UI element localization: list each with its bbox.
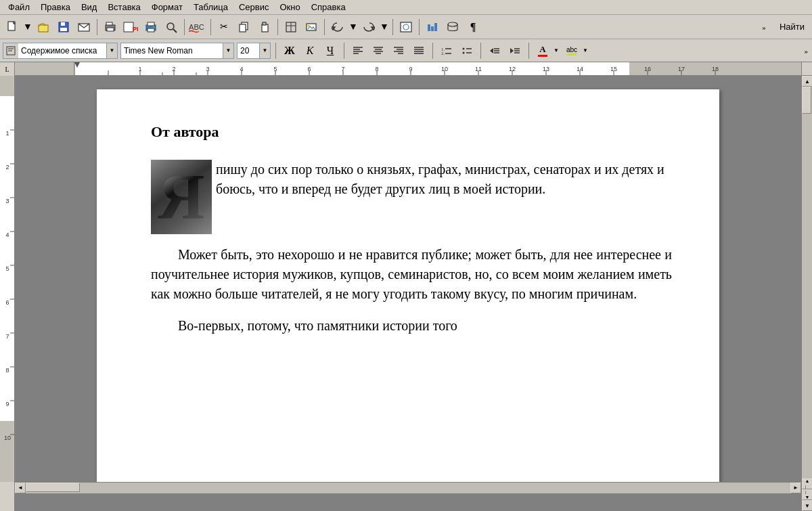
svg-text:10: 10 <box>4 435 11 441</box>
menu-file[interactable]: Файл <box>3 1 35 14</box>
svg-rect-3 <box>61 22 65 26</box>
svg-rect-12 <box>148 22 154 26</box>
align-right-button[interactable] <box>390 43 407 59</box>
document-heading: От автора <box>151 123 672 141</box>
menu-format[interactable]: Формат <box>146 1 188 14</box>
menu-insert[interactable]: Вставка <box>102 1 145 14</box>
style-dropdown-arrow[interactable]: ▼ <box>106 43 117 58</box>
style-value: Содержимое списка <box>18 46 106 55</box>
decrease-indent-button[interactable] <box>486 43 503 59</box>
menu-bar: Файл Правка Вид Вставка Формат Таблица С… <box>0 0 812 15</box>
style-selector[interactable]: Содержимое списка ▼ <box>3 43 118 59</box>
expand-toolbar-button[interactable]: » <box>754 18 773 36</box>
menu-table[interactable]: Таблица <box>188 1 233 14</box>
highlight-color-group: abc ▼ <box>563 43 589 59</box>
svg-rect-20 <box>262 24 268 32</box>
sep7 <box>419 19 420 35</box>
scroll-left-button[interactable]: ◄ <box>15 483 26 493</box>
expand-format-toolbar[interactable]: » <box>803 45 810 56</box>
align-left-button[interactable] <box>349 43 367 59</box>
font-color-dropdown[interactable]: ▼ <box>552 43 560 58</box>
ruler-corner[interactable]: L <box>0 62 15 76</box>
redo-button[interactable] <box>359 18 378 36</box>
redo-dropdown[interactable]: ▼ <box>380 18 389 36</box>
scroll-v-thumb[interactable] <box>802 87 811 114</box>
svg-rect-1 <box>39 25 48 32</box>
scroll-h-track[interactable] <box>26 483 790 493</box>
font-selector[interactable]: Times New Roman ▼ <box>120 43 234 59</box>
highlight-dropdown[interactable]: ▼ <box>581 43 589 58</box>
chart-button[interactable] <box>423 18 442 36</box>
find-toolbar-button[interactable] <box>162 18 181 36</box>
drop-cap-block: Я <box>151 160 212 234</box>
find-button[interactable]: Найти <box>775 18 809 36</box>
print-preview-button[interactable] <box>101 18 120 36</box>
sep-format5 <box>528 43 529 59</box>
scroll-h-thumb[interactable] <box>26 483 80 492</box>
paragraph-with-dropcap: Я пишу до сих пор только о князьях, граф… <box>151 160 672 234</box>
undo-button[interactable] <box>328 18 347 36</box>
sep-format3 <box>432 43 433 59</box>
svg-rect-21 <box>263 22 266 25</box>
paste-button[interactable] <box>255 18 274 36</box>
underline-button[interactable]: Ч <box>321 43 339 59</box>
highlight-button[interactable]: abc <box>563 43 581 59</box>
save-button[interactable] <box>54 18 73 36</box>
scroll-right-button[interactable]: ► <box>790 483 801 493</box>
ruler-right-scroll <box>801 62 812 75</box>
document-area: От автора Я пишу до сих пор только о кня… <box>15 76 801 511</box>
svg-rect-29 <box>428 24 430 31</box>
copy-button[interactable] <box>235 18 254 36</box>
italic-button[interactable]: К <box>301 43 319 59</box>
scroll-page-down-button[interactable]: |▼ <box>802 489 812 500</box>
unordered-list-button[interactable] <box>458 43 476 59</box>
navigator-button[interactable] <box>397 18 415 36</box>
menu-window[interactable]: Окно <box>274 1 305 14</box>
increase-indent-button[interactable] <box>506 43 524 59</box>
scroll-v-track[interactable] <box>802 87 812 479</box>
paragraph1-text: пишу до сих пор только о князьях, графах… <box>216 162 664 196</box>
menu-view[interactable]: Вид <box>76 1 103 14</box>
vertical-ruler: 1 2 3 4 5 6 7 8 9 10 <box>0 76 15 511</box>
undo-dropdown[interactable]: ▼ <box>348 18 358 36</box>
svg-point-58 <box>463 51 465 53</box>
svg-rect-13 <box>148 28 154 32</box>
svg-point-32 <box>448 22 457 26</box>
style-icon <box>3 43 18 58</box>
export-pdf-button[interactable]: PDF <box>121 18 140 36</box>
sep3 <box>210 19 211 35</box>
svg-text:7: 7 <box>5 333 9 340</box>
horizontal-scrollbar: ◄ ► <box>15 482 801 493</box>
cut-button[interactable]: ✂ <box>215 18 233 36</box>
align-center-button[interactable] <box>369 43 387 59</box>
email-button[interactable] <box>74 18 93 36</box>
sep6 <box>392 19 393 35</box>
scroll-page-up-button[interactable]: ▲| <box>802 479 812 489</box>
paragraph-marks-button[interactable]: ¶ <box>464 18 482 36</box>
insert-image-button[interactable] <box>302 18 321 36</box>
open-button[interactable] <box>34 18 53 36</box>
scroll-down-button[interactable]: ▼ <box>802 500 812 511</box>
ordered-list-button[interactable]: 1.2. <box>438 43 455 59</box>
size-dropdown-arrow[interactable]: ▼ <box>259 43 270 58</box>
spell-check-button[interactable]: ABC <box>188 18 207 36</box>
svg-rect-19 <box>240 24 246 32</box>
print-button[interactable] <box>141 18 160 36</box>
font-color-button[interactable]: A <box>534 43 551 59</box>
font-dropdown-arrow[interactable]: ▼ <box>223 43 233 58</box>
font-color-group: A ▼ <box>534 43 560 59</box>
menu-tools[interactable]: Сервис <box>233 1 275 14</box>
sep4 <box>277 19 278 35</box>
insert-table-button[interactable] <box>281 18 300 36</box>
new-dropdown-button[interactable]: ▼ <box>23 18 32 36</box>
menu-edit[interactable]: Правка <box>35 1 76 14</box>
size-selector[interactable]: 20 ▼ <box>237 43 271 59</box>
new-button[interactable] <box>3 18 22 36</box>
scroll-up-button[interactable]: ▲ <box>802 76 812 87</box>
bold-button[interactable]: Ж <box>281 43 298 59</box>
menu-help[interactable]: Справка <box>306 1 351 14</box>
svg-rect-30 <box>431 26 434 31</box>
align-justify-button[interactable] <box>410 43 428 59</box>
datasource-button[interactable] <box>443 18 462 36</box>
horizontal-ruler: 1 2 3 4 5 6 7 8 9 10 11 12 13 <box>15 62 801 75</box>
